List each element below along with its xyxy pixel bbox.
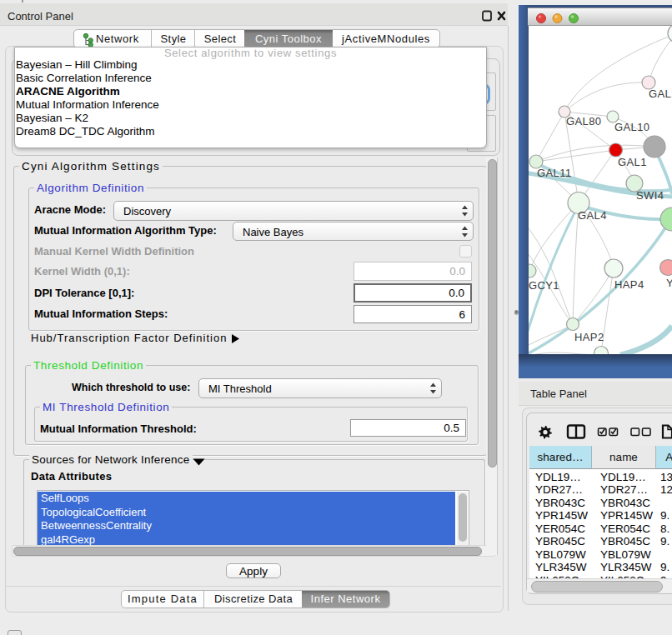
svg-text:HAP2: HAP2 <box>574 331 604 343</box>
svg-text:GAL2: GAL2 <box>649 88 672 100</box>
svg-text:HAP4: HAP4 <box>614 278 644 291</box>
svg-text:GAL80: GAL80 <box>566 115 601 128</box>
svg-text:GAL1: GAL1 <box>618 156 647 168</box>
svg-text:GAL4: GAL4 <box>578 209 607 222</box>
svg-text:SWI4: SWI4 <box>636 189 664 202</box>
svg-text:YEL0: YEL0 <box>666 277 672 289</box>
svg-text:GAL10: GAL10 <box>614 121 649 133</box>
svg-text:GAL11: GAL11 <box>537 167 572 179</box>
svg-text:GCY1: GCY1 <box>529 279 559 292</box>
